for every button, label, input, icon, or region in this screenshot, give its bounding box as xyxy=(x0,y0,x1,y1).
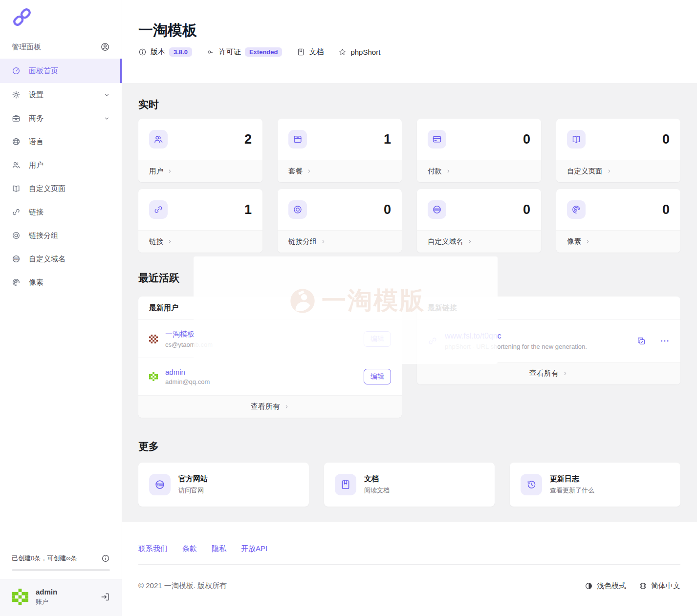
book-icon xyxy=(567,130,586,149)
user-name-link[interactable]: admin xyxy=(165,368,364,376)
sidebar-item-custom-domains[interactable]: WWW 自定义域名 xyxy=(0,247,122,271)
edit-user-button[interactable]: 编辑 xyxy=(364,369,391,384)
more-card-subtitle: 阅读文档 xyxy=(364,486,390,495)
sidebar-item-language[interactable]: 语言 xyxy=(0,130,122,153)
language-label: 简体中文 xyxy=(651,581,680,591)
person-circle-icon[interactable] xyxy=(100,42,110,52)
docs-link[interactable]: 文档 xyxy=(297,47,324,57)
stat-link-link-groups[interactable]: 链接分组 xyxy=(278,230,402,253)
watermark-text: 一淘模版 xyxy=(322,284,425,317)
page-footer: 联系我们 条款 隐私 开放API © 2021 一淘模板. 版权所有 浅色模式 … xyxy=(122,522,697,616)
view-all-label: 查看所有 xyxy=(529,369,559,378)
section-heading-realtime: 实时 xyxy=(138,98,680,111)
footer-link-open-api[interactable]: 开放API xyxy=(241,544,267,553)
sidebar-item-users[interactable]: 用户 xyxy=(0,153,122,177)
docs-card[interactable]: 文档 阅读文档 xyxy=(324,463,495,507)
pixel-icon xyxy=(567,200,586,219)
logout-icon[interactable] xyxy=(100,592,110,602)
stat-link-payments[interactable]: 付款 xyxy=(417,160,541,182)
license-meta: 许可证 Extended xyxy=(207,47,283,57)
view-all-label: 查看所有 xyxy=(251,402,280,411)
stat-link-custom-pages[interactable]: 自定义页面 xyxy=(556,160,680,182)
stat-link-users[interactable]: 用户 xyxy=(138,160,262,182)
stat-link-plans[interactable]: 套餐 xyxy=(278,160,402,182)
globe-icon xyxy=(639,582,647,590)
view-all-links-link[interactable]: 查看所有 xyxy=(417,362,680,384)
stat-card-custom-domains: WWW 0 自定义域名 xyxy=(417,189,541,253)
chevron-down-icon xyxy=(104,92,110,98)
watermark-logo xyxy=(289,288,316,314)
svg-text:WWW: WWW xyxy=(434,209,440,211)
quota-text: 已创建0条，可创建∞条 xyxy=(12,554,77,563)
more-card-subtitle: 查看更新了什么 xyxy=(550,486,594,495)
avatar xyxy=(149,372,158,381)
account-label: 账户 xyxy=(36,597,57,606)
stat-card-users: 2 用户 xyxy=(138,119,262,182)
footer-link-privacy[interactable]: 隐私 xyxy=(212,544,226,553)
version-badge: 3.8.0 xyxy=(169,47,192,57)
avatar xyxy=(149,335,158,343)
panel-label-row: 管理面板 xyxy=(12,42,110,52)
link-icon xyxy=(12,208,21,216)
package-icon xyxy=(288,130,307,149)
footer-link-contact[interactable]: 联系我们 xyxy=(138,544,168,553)
bookmark-book-icon xyxy=(297,48,305,56)
stat-value: 1 xyxy=(384,132,391,147)
app-logo-chain-icon[interactable] xyxy=(11,6,122,28)
sidebar-item-custom-pages[interactable]: 自定义页面 xyxy=(0,177,122,200)
link-icon xyxy=(149,200,168,219)
stat-label: 付款 xyxy=(428,167,442,176)
docs-label: 文档 xyxy=(309,47,324,57)
chevron-right-icon xyxy=(306,169,312,174)
sidebar-item-label: 商务 xyxy=(29,114,44,123)
stat-value: 0 xyxy=(384,202,391,217)
gear-icon xyxy=(12,90,21,99)
footer-link-terms[interactable]: 条款 xyxy=(182,544,197,553)
stat-card-link-groups: 0 链接分组 xyxy=(278,189,402,253)
sidebar-item-business[interactable]: 商务 xyxy=(0,106,122,130)
theme-toggle[interactable]: 浅色模式 xyxy=(585,581,626,591)
view-all-users-link[interactable]: 查看所有 xyxy=(138,395,402,418)
key-icon xyxy=(207,48,215,56)
target-icon xyxy=(12,231,21,240)
www-globe-icon: WWW xyxy=(12,255,21,263)
stat-link-links[interactable]: 链接 xyxy=(138,230,262,253)
user-email: admin@qq.com xyxy=(165,378,364,385)
sidebar-item-link-groups[interactable]: 链接分组 xyxy=(0,224,122,247)
avatar xyxy=(12,589,28,605)
sidebar-item-label: 链接分组 xyxy=(29,231,58,240)
version-meta: 版本 3.8.0 xyxy=(138,47,192,57)
watermark-overlay: 一淘模版 xyxy=(194,256,498,364)
stat-label: 链接 xyxy=(149,237,163,246)
info-icon xyxy=(138,48,147,56)
chevron-right-icon xyxy=(585,239,590,244)
changelog-card[interactable]: 更新日志 查看更新了什么 xyxy=(510,463,680,507)
www-globe-icon: WWW xyxy=(149,474,171,495)
more-actions-icon[interactable] xyxy=(660,336,670,346)
stat-label: 链接分组 xyxy=(288,237,317,246)
sidebar-item-links[interactable]: 链接 xyxy=(0,200,122,224)
sidebar-item-settings[interactable]: 设置 xyxy=(0,83,122,106)
sidebar-item-label: 语言 xyxy=(29,137,44,147)
stat-link-pixels[interactable]: 像素 xyxy=(556,230,680,253)
star-icon xyxy=(338,48,347,56)
stat-value: 2 xyxy=(244,132,252,147)
stat-link-custom-domains[interactable]: 自定义域名 xyxy=(417,230,541,253)
brand-link[interactable]: phpShort xyxy=(338,48,380,56)
panel-label: 管理面板 xyxy=(12,42,41,52)
copy-link-icon[interactable] xyxy=(636,336,646,346)
stat-value: 1 xyxy=(244,202,252,217)
sidebar-item-label: 自定义域名 xyxy=(29,255,65,264)
sidebar-item-label: 自定义页面 xyxy=(29,184,65,193)
brand-label: phpShort xyxy=(350,48,380,56)
chevron-right-icon xyxy=(284,404,289,409)
language-selector[interactable]: 简体中文 xyxy=(639,581,680,591)
copyright-text: © 2021 一淘模板. 版权所有 xyxy=(138,581,227,591)
info-icon[interactable] xyxy=(101,554,110,563)
account-row[interactable]: admin 账户 xyxy=(0,579,122,616)
official-site-card[interactable]: WWW 官方网站 访问官网 xyxy=(138,463,309,507)
dashboard-content: 实时 2 用户 1 xyxy=(122,83,697,522)
bookmark-book-icon xyxy=(335,474,356,495)
sidebar-item-dashboard[interactable]: 面板首页 xyxy=(0,59,122,83)
sidebar-item-pixels[interactable]: 像素 xyxy=(0,271,122,294)
